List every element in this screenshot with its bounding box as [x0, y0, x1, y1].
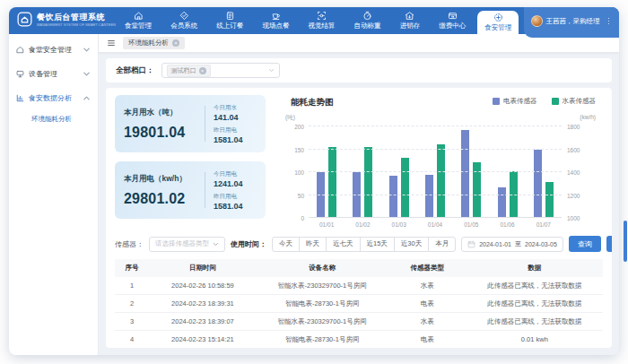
stat-value: 29801.02	[124, 191, 196, 207]
legend-swatch-icon	[552, 98, 559, 105]
time-preset-button[interactable]: 近七天	[326, 237, 361, 252]
nav-label: 视觉结算	[308, 22, 335, 30]
table-row[interactable]: 22024-02-23 18:39:31智能电表-28730-1号房间电表此传感…	[115, 295, 603, 313]
table-row[interactable]: 12024-02-26 10:58:59智能水表-230329700-1号房间水…	[115, 277, 603, 295]
nav-item-member[interactable]: 会员系统	[163, 7, 205, 34]
left-axis-tick: 200	[294, 124, 304, 130]
refresh-button[interactable]	[606, 236, 612, 252]
bar-water-meter	[364, 147, 372, 218]
right-axis-unit: (kw/h)	[580, 114, 596, 120]
legend-item[interactable]: 水表传感器	[552, 97, 597, 106]
table-header-cell: 序号	[115, 259, 149, 277]
date-range-picker[interactable]: 2024-01-01 至 2024-03-05	[461, 237, 563, 252]
sidebar-item-analysis[interactable]: 食安数据分析	[9, 86, 98, 110]
table-cell: 电表	[388, 331, 467, 349]
time-preset-button[interactable]: 本月	[428, 237, 456, 252]
time-preset-group: 今天昨天近七天近15天近30天本月	[272, 237, 456, 252]
tag-close-icon[interactable]: ×	[199, 67, 206, 74]
table-header-cell: 日期时间	[149, 259, 257, 277]
nav-item-visual-checkout[interactable]: 视觉结算	[301, 7, 342, 34]
payment-center-icon	[448, 11, 458, 21]
date-end: 2024-03-05	[525, 241, 557, 247]
table-cell: 电表	[388, 295, 467, 313]
stats-column: 本月用水（吨）19801.04今日用水141.04昨日用电1581.04本月用电…	[115, 95, 266, 228]
stat-sub-value: 1581.04	[214, 135, 257, 144]
table-cell: 此传感器已离线，无法获取数据	[467, 295, 603, 313]
more-menu-icon[interactable]	[606, 16, 612, 27]
sensor-type-select[interactable]: 请选择传感器类型	[149, 237, 225, 252]
table-header-cell: 传感器类型	[388, 259, 467, 277]
table-cell: 2024-02-23 15:14:21	[149, 331, 257, 349]
nav-item-auto-weigh[interactable]: 自动称重	[347, 7, 388, 34]
nav-label: 缴费中心	[439, 22, 466, 30]
table-cell: 0.01 kwh	[467, 331, 603, 349]
table-row[interactable]: 42024-02-23 15:14:21智能电表-28730-1号房间电表0.0…	[115, 331, 603, 349]
nav-label: 食安管理	[484, 23, 511, 32]
legend-swatch-icon	[493, 98, 500, 105]
left-axis-tick: 150	[294, 146, 304, 152]
collapse-menu-icon[interactable]	[107, 39, 116, 48]
nav-item-food-safety[interactable]: 食安管理	[477, 11, 519, 34]
chart-bars	[309, 126, 562, 218]
nav-label: 食堂管理	[125, 22, 152, 30]
x-axis-label: 01/01	[310, 221, 343, 228]
chevron-down-icon	[268, 67, 275, 74]
stat-sub-label: 昨日用电	[214, 193, 257, 201]
stat-sub-value: 1241.04	[214, 179, 257, 188]
left-axis-tick: 0	[301, 215, 304, 221]
stat-title: 本月用水（吨）	[124, 108, 196, 118]
tab-close-icon[interactable]: ×	[172, 39, 179, 47]
bar-group	[455, 126, 487, 218]
bar-electric-meter	[534, 150, 542, 219]
legend-item[interactable]: 电表传感器	[493, 97, 537, 106]
chevron-down-icon	[83, 70, 91, 78]
bar-electric-meter	[425, 175, 433, 218]
table-cell: 4	[115, 331, 149, 349]
bar-electric-meter	[317, 172, 325, 218]
gridline	[309, 149, 562, 150]
time-preset-button[interactable]: 近30天	[394, 237, 429, 252]
sidebar: 食堂安全管理设备管理食安数据分析环境能耗分析	[9, 34, 99, 355]
bar-water-meter	[328, 147, 336, 218]
nav-item-inventory[interactable]: 进销存	[393, 7, 428, 34]
canteen-icon	[134, 11, 144, 21]
auto-weigh-icon	[362, 11, 372, 21]
stall-select[interactable]: 测试档口 ×	[161, 63, 280, 78]
sidebar-subitem-energy-analysis[interactable]: 环境能耗分析	[9, 110, 98, 130]
table-cell: 1	[115, 277, 149, 295]
stat-sub-label: 今日用水	[214, 104, 257, 112]
time-preset-button[interactable]: 近15天	[360, 237, 395, 252]
scrollbar-thumb[interactable]	[624, 221, 627, 262]
app-subtitle: MANAGEMENT SYSTEM OF SMART CANTEEN	[37, 23, 116, 27]
nav-item-online-order[interactable]: 线上订餐	[209, 7, 250, 34]
calendar-icon	[467, 240, 475, 248]
time-filter-label: 使用时间：	[231, 239, 266, 249]
bar-electric-meter	[353, 172, 361, 218]
visual-checkout-icon	[317, 11, 327, 21]
table-cell: 水表	[388, 277, 467, 295]
nav-label: 现场点餐	[262, 22, 289, 30]
x-axis-label: 01/04	[419, 221, 451, 228]
nav-item-onsite-order[interactable]: 现场点餐	[255, 7, 296, 34]
inventory-icon	[405, 11, 414, 21]
query-button[interactable]: 查询	[569, 236, 601, 252]
user-name: 王茜茜，采购经理	[546, 17, 600, 26]
stall-tag: 测试档口 ×	[167, 65, 211, 77]
table-cell: 此传感器已离线，无法获取数据	[467, 277, 603, 295]
date-start: 2024-01-01	[479, 241, 511, 247]
sidebar-item-device[interactable]: 设备管理	[9, 62, 98, 86]
screen: 餐饮后台管理系统 MANAGEMENT SYSTEM OF SMART CANT…	[0, 0, 628, 364]
sidebar-item-safety[interactable]: 食堂安全管理	[9, 38, 98, 62]
time-preset-button[interactable]: 今天	[272, 237, 300, 252]
nav-item-canteen[interactable]: 食堂管理	[118, 7, 159, 34]
table-row[interactable]: 32024-02-23 18:39:07智能水表-230329700-1号房间水…	[115, 313, 603, 331]
chart-legend: 电表传感器水表传感器	[493, 97, 596, 106]
nav-item-payment-center[interactable]: 缴费中心	[432, 7, 473, 34]
stat-value: 19801.04	[124, 125, 196, 141]
tab-environment-energy[interactable]: 环境能耗分析 ×	[123, 37, 185, 49]
dashboard-card: 本月用水（吨）19801.04今日用水141.04昨日用电1581.04本月用电…	[106, 88, 612, 348]
gridline	[309, 126, 562, 126]
time-preset-button[interactable]: 昨天	[299, 237, 327, 252]
user-menu[interactable]: 王茜茜，采购经理	[524, 7, 620, 38]
sensor-filter-label: 传感器：	[115, 239, 144, 249]
